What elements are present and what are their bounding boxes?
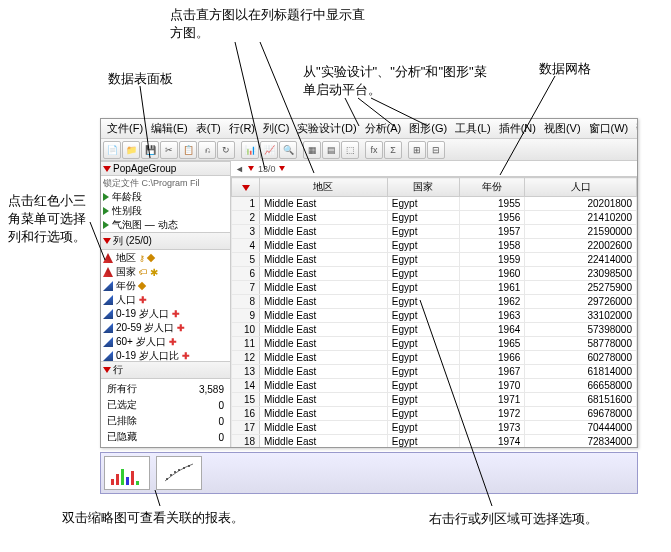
- cell-country[interactable]: Egypt: [387, 253, 459, 267]
- column-item[interactable]: 地区 ⚷: [103, 251, 228, 265]
- column-item[interactable]: 国家 🏷 ✱: [103, 265, 228, 279]
- menu-item[interactable]: 工具(L): [451, 121, 494, 136]
- cell-pop[interactable]: 23098500: [525, 267, 637, 281]
- row-number[interactable]: 16: [232, 407, 260, 421]
- toolbar-button[interactable]: ⊞: [408, 141, 426, 159]
- cell-region[interactable]: Middle East: [260, 393, 388, 407]
- column-item[interactable]: 60+ 岁人口 ✚: [103, 335, 228, 349]
- menu-item[interactable]: 实验设计(D): [293, 121, 360, 136]
- cell-country[interactable]: Egypt: [387, 351, 459, 365]
- cell-pop[interactable]: 21590000: [525, 225, 637, 239]
- cell-pop[interactable]: 25275900: [525, 281, 637, 295]
- cell-pop[interactable]: 60278000: [525, 351, 637, 365]
- cell-year[interactable]: 1964: [460, 323, 525, 337]
- cell-region[interactable]: Middle East: [260, 421, 388, 435]
- cell-country[interactable]: Egypt: [387, 379, 459, 393]
- toolbar-button[interactable]: 💾: [141, 141, 159, 159]
- row-number[interactable]: 14: [232, 379, 260, 393]
- table-row[interactable]: 10Middle EastEgypt196457398000: [232, 323, 637, 337]
- toolbar-button[interactable]: ⊟: [427, 141, 445, 159]
- data-table[interactable]: 地区国家年份人口 1Middle EastEgypt1955202018002M…: [231, 177, 637, 447]
- row-number[interactable]: 15: [232, 393, 260, 407]
- cell-region[interactable]: Middle East: [260, 435, 388, 448]
- cell-pop[interactable]: 68151600: [525, 393, 637, 407]
- cell-pop[interactable]: 70444000: [525, 421, 637, 435]
- cell-year[interactable]: 1963: [460, 309, 525, 323]
- cell-pop[interactable]: 22002600: [525, 239, 637, 253]
- cell-region[interactable]: Middle East: [260, 239, 388, 253]
- cell-region[interactable]: Middle East: [260, 407, 388, 421]
- cell-region[interactable]: Middle East: [260, 323, 388, 337]
- cell-year[interactable]: 1966: [460, 351, 525, 365]
- toolbar-button[interactable]: ↻: [217, 141, 235, 159]
- cell-year[interactable]: 1973: [460, 421, 525, 435]
- cell-year[interactable]: 1967: [460, 365, 525, 379]
- red-triangle-icon[interactable]: [103, 238, 111, 244]
- cell-pop[interactable]: 20201800: [525, 197, 637, 211]
- table-row[interactable]: 18Middle EastEgypt197472834000: [232, 435, 637, 448]
- script-item[interactable]: 性别段: [103, 204, 228, 218]
- cell-pop[interactable]: 29726000: [525, 295, 637, 309]
- cell-country[interactable]: Egypt: [387, 295, 459, 309]
- table-row[interactable]: 16Middle EastEgypt197269678000: [232, 407, 637, 421]
- thumbnail[interactable]: [156, 456, 202, 490]
- script-item[interactable]: 气泡图 — 动态: [103, 218, 228, 232]
- row-number[interactable]: 6: [232, 267, 260, 281]
- cell-region[interactable]: Middle East: [260, 309, 388, 323]
- row-number[interactable]: 18: [232, 435, 260, 448]
- row-number[interactable]: 1: [232, 197, 260, 211]
- red-triangle-icon[interactable]: [248, 166, 254, 171]
- table-row[interactable]: 17Middle EastEgypt197370444000: [232, 421, 637, 435]
- thumbnail[interactable]: [104, 456, 150, 490]
- cell-pop[interactable]: 22414000: [525, 253, 637, 267]
- cell-country[interactable]: Egypt: [387, 393, 459, 407]
- cell-year[interactable]: 1974: [460, 435, 525, 448]
- column-header[interactable]: 国家: [387, 178, 459, 197]
- row-number[interactable]: 8: [232, 295, 260, 309]
- table-row[interactable]: 9Middle EastEgypt196333102000: [232, 309, 637, 323]
- cell-pop[interactable]: 72834000: [525, 435, 637, 448]
- cell-year[interactable]: 1955: [460, 197, 525, 211]
- menu-item[interactable]: 列(C): [259, 121, 293, 136]
- cell-region[interactable]: Middle East: [260, 253, 388, 267]
- cell-region[interactable]: Middle East: [260, 281, 388, 295]
- cell-region[interactable]: Middle East: [260, 267, 388, 281]
- column-item[interactable]: 20-59 岁人口 ✚: [103, 321, 228, 335]
- toolbar-button[interactable]: 🔍: [279, 141, 297, 159]
- row-stat[interactable]: 已选定0: [105, 398, 226, 412]
- column-header[interactable]: 地区: [260, 178, 388, 197]
- table-row[interactable]: 4Middle EastEgypt195822002600: [232, 239, 637, 253]
- cell-pop[interactable]: 69678000: [525, 407, 637, 421]
- cell-country[interactable]: Egypt: [387, 211, 459, 225]
- cell-region[interactable]: Middle East: [260, 337, 388, 351]
- row-number[interactable]: 7: [232, 281, 260, 295]
- table-row[interactable]: 13Middle EastEgypt196761814000: [232, 365, 637, 379]
- table-row[interactable]: 12Middle EastEgypt196660278000: [232, 351, 637, 365]
- toolbar-button[interactable]: 📄: [103, 141, 121, 159]
- cell-country[interactable]: Egypt: [387, 407, 459, 421]
- cell-region[interactable]: Middle East: [260, 197, 388, 211]
- toolbar-button[interactable]: 📋: [179, 141, 197, 159]
- cell-year[interactable]: 1972: [460, 407, 525, 421]
- row-number[interactable]: 12: [232, 351, 260, 365]
- row-number[interactable]: 3: [232, 225, 260, 239]
- cell-country[interactable]: Egypt: [387, 239, 459, 253]
- cell-year[interactable]: 1958: [460, 239, 525, 253]
- red-triangle-icon[interactable]: [242, 185, 250, 191]
- column-header[interactable]: 年份: [460, 178, 525, 197]
- row-number[interactable]: 4: [232, 239, 260, 253]
- menu-item[interactable]: 帮助(H): [632, 121, 637, 136]
- cell-country[interactable]: Egypt: [387, 309, 459, 323]
- row-number[interactable]: 9: [232, 309, 260, 323]
- cell-country[interactable]: Egypt: [387, 421, 459, 435]
- menu-item[interactable]: 窗口(W): [585, 121, 633, 136]
- row-number[interactable]: 2: [232, 211, 260, 225]
- cell-country[interactable]: Egypt: [387, 267, 459, 281]
- toolbar-button[interactable]: ⬚: [341, 141, 359, 159]
- toolbar-button[interactable]: ▦: [303, 141, 321, 159]
- toolbar-button[interactable]: 📈: [260, 141, 278, 159]
- toolbar-button[interactable]: 📊: [241, 141, 259, 159]
- menu-item[interactable]: 图形(G): [405, 121, 451, 136]
- toolbar-button[interactable]: 📁: [122, 141, 140, 159]
- cell-country[interactable]: Egypt: [387, 281, 459, 295]
